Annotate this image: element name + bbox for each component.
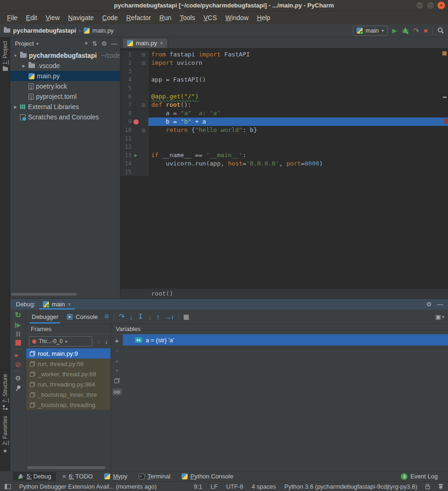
status-message[interactable]: Python Debugger Extension Avail... (mome… bbox=[19, 483, 157, 490]
gutter[interactable]: 11 bbox=[120, 134, 148, 143]
chevron-collapsed-icon[interactable]: ▶ bbox=[13, 105, 18, 109]
gutter[interactable]: 4 bbox=[120, 76, 148, 84]
rerun-icon[interactable]: ↻ bbox=[15, 312, 21, 318]
run-configuration-select[interactable]: main ▾ bbox=[353, 26, 387, 36]
menu-run[interactable]: Run bbox=[155, 14, 176, 21]
fold-square-icon[interactable] bbox=[142, 104, 145, 107]
gutter[interactable]: 12 bbox=[120, 143, 148, 151]
menu-view[interactable]: View bbox=[42, 14, 64, 21]
frame-row-worker-thread-py-69[interactable]: _worker, thread.py:69 bbox=[26, 369, 111, 379]
locate-icon[interactable]: ⌖ bbox=[84, 40, 88, 47]
resume-program-icon[interactable]: ▶ bbox=[15, 322, 21, 328]
stop-button[interactable]: ■ bbox=[424, 27, 427, 34]
tree-item-pycharmdebugfastapi[interactable]: ▼pycharmdebugfastapi~/code/pycharmdebugf… bbox=[10, 50, 120, 61]
view-breakpoints-icon[interactable]: ●● bbox=[14, 353, 22, 358]
fold-marker-icon[interactable] bbox=[140, 62, 147, 65]
gutter[interactable]: 3 bbox=[120, 67, 148, 76]
gutter[interactable]: 10 bbox=[120, 126, 148, 134]
fold-marker-icon[interactable] bbox=[140, 104, 147, 107]
project-panel-title[interactable]: Project bbox=[15, 40, 34, 47]
frame-row-bootstrap-threading[interactable]: _bootstrap, threading. bbox=[26, 400, 111, 410]
gutter[interactable]: 14 bbox=[120, 159, 148, 168]
menu-tools[interactable]: Tools bbox=[175, 14, 199, 21]
inspections-hector-icon[interactable] bbox=[438, 484, 443, 489]
evaluate-expression-icon[interactable]: ▦ bbox=[183, 313, 189, 320]
hide-panel-icon[interactable]: — bbox=[111, 40, 117, 47]
tool-button-mypy[interactable]: Mypy bbox=[99, 472, 132, 481]
fold-marker-icon[interactable] bbox=[140, 129, 147, 132]
gutter[interactable]: 8 bbox=[120, 109, 148, 118]
tool-button-project[interactable]: 1: Project bbox=[0, 41, 10, 71]
tab-console[interactable]: ▸ Console bbox=[65, 310, 100, 324]
next-frame-icon[interactable]: ↓ bbox=[105, 338, 108, 345]
menu-vcs[interactable]: VCS bbox=[199, 14, 221, 21]
gutter[interactable]: 15 bbox=[120, 168, 148, 176]
menu-file[interactable]: File bbox=[3, 14, 22, 21]
breakpoint-dot-icon[interactable] bbox=[133, 119, 139, 124]
breadcrumb-file[interactable]: main.py bbox=[92, 27, 114, 34]
pause-icon[interactable] bbox=[16, 332, 20, 337]
close-session-icon[interactable]: × bbox=[68, 301, 71, 308]
mute-breakpoints-icon[interactable]: ⊘ bbox=[15, 361, 21, 367]
collapse-all-icon[interactable]: ⇅ bbox=[92, 40, 97, 47]
menu-window[interactable]: Window bbox=[221, 14, 253, 21]
tree-item-scratches-and-consoles[interactable]: Scratches and Consoles bbox=[10, 112, 120, 122]
file-encoding[interactable]: UTF-8 bbox=[226, 483, 243, 490]
hide-panel-icon[interactable]: — bbox=[437, 301, 443, 308]
menu-code[interactable]: Code bbox=[98, 14, 122, 21]
add-watch-icon[interactable]: + bbox=[115, 338, 119, 344]
tree-item-poetry-lock[interactable]: poetry.lock bbox=[10, 81, 120, 91]
stop-icon[interactable] bbox=[15, 340, 21, 346]
tool-button-python-console[interactable]: Python Console bbox=[177, 472, 238, 481]
close-button[interactable]: × bbox=[437, 1, 445, 9]
breakpoint-icon[interactable] bbox=[132, 119, 140, 124]
close-tab-icon[interactable]: × bbox=[160, 40, 163, 47]
gutter[interactable]: 13▶ bbox=[120, 151, 148, 159]
step-over-icon[interactable]: ↷ bbox=[119, 312, 125, 321]
force-step-into-icon[interactable]: ↧ bbox=[138, 312, 144, 321]
step-into-icon[interactable]: ↓ bbox=[129, 313, 133, 321]
tab-debugger[interactable]: Debugger bbox=[30, 310, 60, 324]
chevron-expanded-icon[interactable]: ▼ bbox=[13, 54, 18, 58]
caret-position[interactable]: 9:1 bbox=[194, 483, 202, 490]
tool-button-5-debug[interactable]: 5: Debug bbox=[13, 472, 56, 481]
show-watches-icon[interactable] bbox=[112, 388, 122, 395]
tree-item-main-py[interactable]: main.py bbox=[10, 71, 120, 81]
tool-window-toggle-icon[interactable] bbox=[5, 484, 11, 489]
tree-item-external-libraries[interactable]: ▶External Libraries bbox=[10, 102, 120, 112]
run-with-coverage-button[interactable]: ↷ bbox=[413, 27, 420, 35]
tree-item-vscode[interactable]: ▶.vscode bbox=[10, 61, 120, 71]
tool-button-terminal[interactable]: >Terminal bbox=[134, 472, 175, 481]
menu-refactor[interactable]: Refactor bbox=[122, 14, 155, 21]
move-up-icon[interactable]: ▲ bbox=[115, 359, 119, 363]
debug-session-tab[interactable]: main × bbox=[39, 299, 75, 310]
maximize-button[interactable]: ▢ bbox=[427, 1, 434, 9]
layout-menu-icon[interactable]: ≡ bbox=[105, 312, 109, 321]
move-down-icon[interactable]: ▼ bbox=[115, 368, 119, 373]
thread-select[interactable]: Thr...-0_0 ▾ bbox=[29, 336, 92, 346]
event-log-button[interactable]: 3 Event Log bbox=[401, 473, 438, 480]
frames-horizontal-scrollbar[interactable] bbox=[27, 466, 105, 469]
chevron-collapsed-icon[interactable]: ▶ bbox=[21, 64, 26, 68]
debug-button[interactable] bbox=[402, 27, 409, 34]
variable-row-a-str-a[interactable]: 01a = {str} 'a' bbox=[123, 334, 448, 346]
menu-edit[interactable]: Edit bbox=[22, 14, 42, 21]
tool-button-favorites[interactable]: 2: Favorites ★ bbox=[0, 416, 10, 454]
fold-marker-icon[interactable] bbox=[140, 53, 147, 56]
run-button[interactable]: ▶ bbox=[392, 27, 397, 34]
duplicate-watch-icon[interactable] bbox=[114, 378, 119, 383]
frame-row-run-threading-py-864[interactable]: run, threading.py:864 bbox=[26, 379, 111, 389]
breadcrumb-function[interactable]: root() bbox=[151, 290, 173, 297]
tool-button-6-todo[interactable]: ≡6: TODO bbox=[58, 472, 98, 481]
gutter[interactable]: 9 bbox=[120, 118, 148, 126]
tool-button-structure[interactable]: 7: Structure bbox=[0, 374, 10, 410]
fold-square-icon[interactable] bbox=[142, 62, 145, 65]
run-gutter-icon[interactable]: ▶ bbox=[132, 151, 140, 159]
menu-navigate[interactable]: Navigate bbox=[64, 14, 98, 21]
python-interpreter[interactable]: Python 3.6 (pycharmdebugfastapi-9cdjtyrg… bbox=[284, 483, 417, 490]
frame-row-bootstrap-inner-thre[interactable]: _bootstrap_inner, thre bbox=[26, 389, 111, 400]
tree-item-pyproject-toml[interactable]: pyproject.toml bbox=[10, 91, 120, 102]
fold-square-icon[interactable] bbox=[142, 53, 145, 56]
project-horizontal-scrollbar[interactable] bbox=[11, 293, 77, 296]
gear-icon[interactable]: ⚙ bbox=[101, 40, 107, 47]
